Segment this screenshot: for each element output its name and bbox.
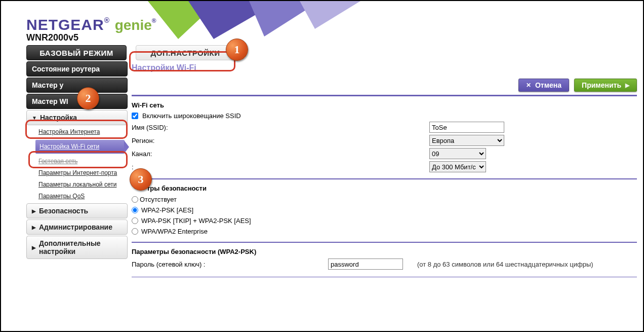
security-wpa2-radio[interactable] <box>132 207 138 213</box>
cancel-button[interactable]: ✕Отмена <box>518 79 569 92</box>
region-label: Регион: <box>132 137 425 144</box>
chevron-right-icon: ▶ <box>625 82 629 89</box>
sidebar: БАЗОВЫЙ РЕЖИМ Состояние роутера Мастер у… <box>26 45 128 280</box>
content-area: ДОП.НАСТРОЙКИ Настройки Wi-Fi ✕Отмена Пр… <box>128 45 640 280</box>
close-icon: ✕ <box>526 82 531 89</box>
psk-input[interactable] <box>328 259 403 270</box>
security-enterprise-radio[interactable] <box>132 228 138 235</box>
ssid-label: Имя (SSID): <box>132 124 425 131</box>
sidebar-item-label: Настройка <box>40 114 77 122</box>
sidebar-item-label: Дополнительные настройки <box>39 239 122 255</box>
sidebar-item-security[interactable]: ▶Безопасность <box>26 203 128 218</box>
tab-basic[interactable]: БАЗОВЫЙ РЕЖИМ <box>26 45 127 60</box>
sidebar-item-label: Администрирование <box>39 223 112 231</box>
mode-select[interactable]: До 300 Мбит/с <box>429 161 486 172</box>
sublink-internet[interactable]: Настройка Интернета <box>38 128 128 136</box>
button-label: Отмена <box>535 81 561 89</box>
model-label: WNR2000v5 <box>26 32 643 43</box>
submenu-setup: Настройка Интернета Настройка Wi-Fi сети… <box>26 126 128 202</box>
button-label: Применить <box>582 81 621 89</box>
sidebar-item-wizard1[interactable]: Мастер у <box>26 78 128 93</box>
channel-select[interactable]: 09 <box>429 148 486 159</box>
region-select[interactable]: Европа <box>429 135 504 146</box>
psk-hint: (от 8 до 63 символов или 64 шестнадцатер… <box>417 261 593 268</box>
sidebar-item-setup[interactable]: ▼Настройка <box>26 110 128 125</box>
badge-1: 1 <box>226 39 248 61</box>
sidebar-item-admin[interactable]: ▶Администрирование <box>26 219 128 235</box>
chevron-right-icon: ▶ <box>32 208 36 214</box>
section-psk: Параметры безопасности (WPA2-PSK) <box>132 248 637 255</box>
badge-3: 3 <box>130 168 152 191</box>
chevron-right-icon: ▶ <box>32 225 36 230</box>
section-wifi: Wi-Fi сеть <box>132 101 637 109</box>
brand-netgear: NETGEAR® <box>26 16 110 33</box>
sublink-wan[interactable]: Параметры Интернет-порта <box>38 169 128 177</box>
mode-label: : <box>132 163 425 171</box>
broadcast-ssid-label: Включить широковещание SSID <box>142 112 241 120</box>
chevron-right-icon: ▶ <box>32 245 36 250</box>
page-title: Настройки Wi-Fi <box>132 60 637 78</box>
sidebar-item-extra[interactable]: ▶Дополнительные настройки <box>26 236 128 259</box>
sublink-lan[interactable]: Параметры локальной сети <box>38 181 128 189</box>
psk-label: Пароль (сетевой ключ) : <box>132 261 324 268</box>
sublink-guest[interactable]: Гостевая сеть <box>38 158 128 165</box>
apply-button[interactable]: Применить▶ <box>574 79 637 92</box>
sublink-qos[interactable]: Параметры QoS <box>38 193 128 200</box>
sidebar-item-status[interactable]: Состояние роутера <box>26 61 128 77</box>
security-none-label: Отсутствует <box>140 196 177 203</box>
ssid-input[interactable] <box>429 122 504 133</box>
chevron-down-icon: ▼ <box>32 115 37 121</box>
security-wpa2-label: WPA2-PSK [AES] <box>141 206 193 214</box>
security-mixed-radio[interactable] <box>132 217 138 224</box>
security-mixed-label: WPA-PSK [TKIP] + WPA2-PSK [AES] <box>141 217 251 225</box>
badge-2: 2 <box>77 87 99 109</box>
section-security: тры безопасности <box>132 185 637 192</box>
sublink-wifi[interactable]: Настройка Wi-Fi сети <box>35 140 125 154</box>
channel-label: Канал: <box>132 150 425 158</box>
brand-genie: genie® <box>115 17 156 33</box>
tab-advanced[interactable]: ДОП.НАСТРОЙКИ <box>136 45 235 60</box>
sidebar-item-label: Безопасность <box>39 207 88 215</box>
security-enterprise-label: WPA/WPA2 Enterprise <box>141 228 208 235</box>
security-none-radio[interactable] <box>132 196 138 203</box>
broadcast-ssid-checkbox[interactable] <box>132 113 138 119</box>
